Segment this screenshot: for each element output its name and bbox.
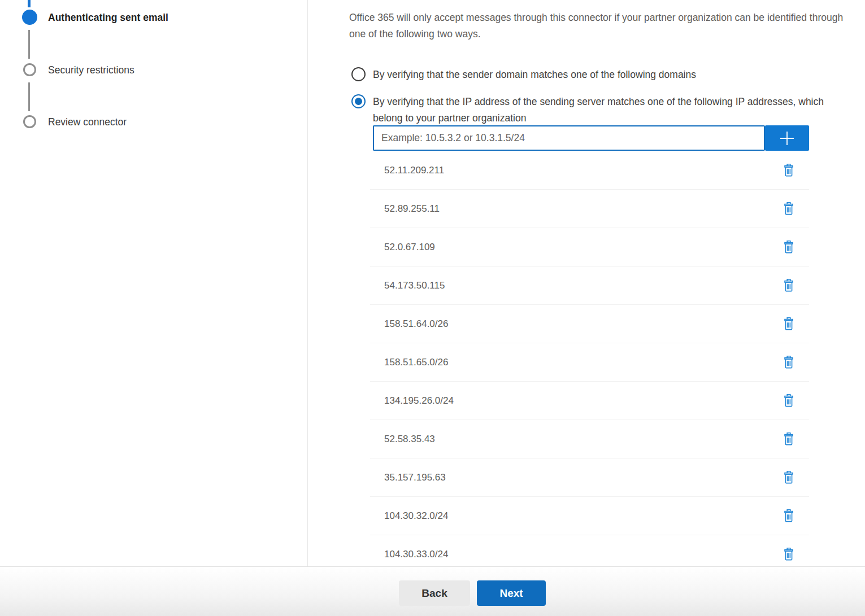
- trash-icon: [784, 432, 794, 446]
- trash-icon: [784, 394, 794, 408]
- delete-ip-button[interactable]: [783, 239, 795, 255]
- ip-address-value: 52.89.255.11: [384, 203, 440, 215]
- ip-row: 35.157.195.63: [370, 458, 809, 497]
- delete-ip-button[interactable]: [783, 547, 795, 562]
- wizard-stepper-sidebar: Authenticating sent email Security restr…: [0, 0, 308, 566]
- delete-ip-button[interactable]: [783, 201, 795, 217]
- step-label-security-restrictions: Security restrictions: [48, 63, 134, 77]
- step-indicator-authenticating: [22, 10, 37, 25]
- ip-address-value: 104.30.32.0/24: [384, 510, 448, 522]
- delete-ip-button[interactable]: [783, 355, 795, 370]
- ip-row: 134.195.26.0/24: [370, 382, 809, 420]
- ip-row: 52.11.209.211: [370, 151, 809, 190]
- step-indicator-review-connector: [23, 115, 36, 128]
- ip-address-value: 52.0.67.109: [384, 242, 435, 253]
- radio-unselected-icon[interactable]: [351, 67, 366, 81]
- plus-icon: [777, 128, 797, 148]
- option-verify-ip-address-label: By verifying that the IP address of the …: [373, 94, 832, 126]
- ip-address-value: 104.30.33.0/24: [384, 549, 448, 560]
- option-verify-sender-domain-label: By verifying that the sender domain matc…: [373, 67, 696, 83]
- step-label-review-connector: Review connector: [48, 115, 127, 129]
- ip-address-input[interactable]: [373, 125, 765, 151]
- ip-address-list: 52.11.209.211 52.89.255.11 52.0.67.109: [370, 151, 809, 566]
- stepper-connector: [28, 30, 30, 59]
- trash-icon: [784, 470, 794, 484]
- stepper-connector-above: [28, 0, 31, 7]
- ip-row: 104.30.33.0/24: [370, 535, 809, 566]
- trash-icon: [784, 202, 794, 216]
- option-verify-ip-address[interactable]: By verifying that the IP address of the …: [351, 94, 832, 126]
- ip-row: 158.51.64.0/26: [370, 305, 809, 343]
- ip-address-value: 54.173.50.115: [384, 280, 445, 291]
- ip-row: 52.89.255.11: [370, 190, 809, 228]
- ip-address-value: 158.51.64.0/26: [384, 318, 448, 330]
- delete-ip-button[interactable]: [783, 316, 795, 332]
- trash-icon: [784, 355, 794, 369]
- add-ip-button[interactable]: [765, 125, 809, 151]
- intro-text: Office 365 will only accept messages thr…: [349, 10, 846, 42]
- ip-row: 52.58.35.43: [370, 420, 809, 458]
- trash-icon: [784, 240, 794, 254]
- radio-dot: [355, 98, 362, 105]
- trash-icon: [784, 163, 794, 177]
- trash-icon: [784, 547, 794, 561]
- next-button[interactable]: Next: [477, 580, 546, 606]
- wizard-footer: Back Next: [0, 566, 865, 616]
- ip-address-value: 158.51.65.0/26: [384, 357, 448, 368]
- step-indicator-security-restrictions: [23, 63, 36, 76]
- ip-address-value: 134.195.26.0/24: [384, 395, 454, 407]
- ip-row: 104.30.32.0/24: [370, 497, 809, 535]
- delete-ip-button[interactable]: [783, 163, 795, 178]
- delete-ip-button[interactable]: [783, 508, 795, 524]
- delete-ip-button[interactable]: [783, 470, 795, 486]
- ip-row: 158.51.65.0/26: [370, 343, 809, 382]
- step-label-authenticating-sent-email: Authenticating sent email: [48, 11, 168, 24]
- stepper-connector: [28, 82, 30, 111]
- ip-address-value: 52.11.209.211: [384, 165, 444, 176]
- ip-address-value: 35.157.195.63: [384, 472, 446, 483]
- ip-address-value: 52.58.35.43: [384, 434, 435, 445]
- radio-selected-icon[interactable]: [351, 94, 366, 108]
- connector-authentication-panel: Office 365 will only accept messages thr…: [308, 0, 865, 566]
- ip-row: 52.0.67.109: [370, 228, 809, 267]
- option-verify-sender-domain[interactable]: By verifying that the sender domain matc…: [351, 67, 696, 83]
- delete-ip-button[interactable]: [783, 431, 795, 447]
- delete-ip-button[interactable]: [783, 278, 795, 294]
- trash-icon: [784, 317, 794, 331]
- delete-ip-button[interactable]: [783, 393, 795, 409]
- ip-row: 54.173.50.115: [370, 267, 809, 305]
- trash-icon: [784, 509, 794, 523]
- trash-icon: [784, 278, 794, 292]
- back-button[interactable]: Back: [399, 580, 470, 606]
